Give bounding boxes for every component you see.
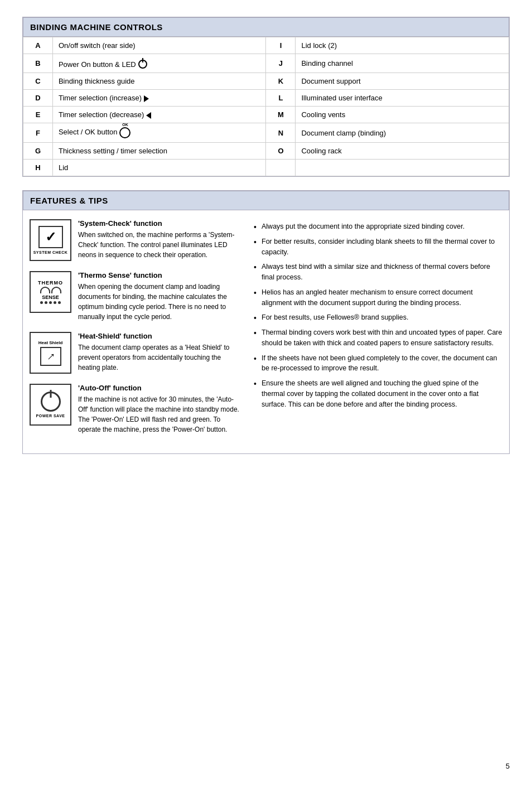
control-label-right: J xyxy=(266,54,296,73)
control-label-left: A xyxy=(23,37,53,54)
control-value-left: Thickness setting / timer selection xyxy=(52,143,266,160)
feature-block: ✓ SYSTEM CHECK 'System-Check' functionWh… xyxy=(30,219,241,261)
control-value-right xyxy=(296,160,509,176)
control-value-right: Illuminated user interface xyxy=(296,90,509,107)
control-value-right: Cooling rack xyxy=(296,143,509,160)
features-left-column: ✓ SYSTEM CHECK 'System-Check' functionWh… xyxy=(30,219,241,445)
features-section: FEATURES & TIPS ✓ SYSTEM CHECK 'System-C… xyxy=(22,190,510,454)
control-label-right: I xyxy=(266,37,296,54)
power-on-icon xyxy=(138,60,147,69)
control-label-right: K xyxy=(266,73,296,90)
control-label-left: B xyxy=(23,54,53,73)
thermo-dot xyxy=(45,301,47,304)
thermo-dot xyxy=(49,301,52,304)
feature-text: 'Auto-Off' functionIf the machine is not… xyxy=(78,384,241,434)
thermo-dot xyxy=(54,301,56,304)
ok-circle-icon: OK xyxy=(119,127,130,138)
list-item: Always put the document into the appropr… xyxy=(253,219,502,234)
control-value-left: Timer selection (decrease) xyxy=(52,107,266,123)
shield-border: → xyxy=(40,347,61,366)
checkmark-box: ✓ xyxy=(38,226,63,248)
control-value-left: On/off switch (rear side) xyxy=(52,37,266,54)
thermo-sense-icon: THERMO SENSE xyxy=(30,271,71,313)
arrow-left-icon xyxy=(146,112,151,119)
control-value-right: Document clamp (binding) xyxy=(296,123,509,143)
control-value-right: Binding channel xyxy=(296,54,509,73)
feature-title: 'Auto-Off' function xyxy=(78,384,241,392)
controls-table: AOn/off switch (rear side)ILid lock (2)B… xyxy=(23,37,509,176)
checkmark-symbol: ✓ xyxy=(45,230,56,244)
heat-arc-1 xyxy=(40,287,50,293)
control-label-right: L xyxy=(266,90,296,107)
control-label-right: O xyxy=(266,143,296,160)
heat-shield-label: Heat Shield xyxy=(38,340,63,345)
power-save-icon: POWER SAVE xyxy=(30,384,71,426)
control-label-left: F xyxy=(23,123,53,143)
control-label-left: E xyxy=(23,107,53,123)
feature-text: 'Heat-Shield' functionThe document clamp… xyxy=(78,332,241,373)
thermo-dots xyxy=(40,301,61,304)
control-label-left: H xyxy=(23,160,53,176)
feature-body: The document clamp operates as a 'Heat S… xyxy=(78,342,241,373)
binding-controls-title: BINDING MACHINE CONTROLS xyxy=(23,17,509,37)
list-item: Always test bind with a similar size and… xyxy=(253,259,502,285)
list-item: Thermal binding covers work best with th… xyxy=(253,325,502,351)
list-item: For best results, use Fellowes® brand su… xyxy=(253,310,502,325)
arrow-right-icon xyxy=(144,95,149,102)
control-value-left: Timer selection (increase) xyxy=(52,90,266,107)
heat-shield-icon: Heat Shield → xyxy=(30,332,71,374)
feature-block: THERMO SENSE 'Thermo Sense' functionWhen… xyxy=(30,271,241,322)
thermo-dot xyxy=(58,301,61,304)
features-content: ✓ SYSTEM CHECK 'System-Check' functionWh… xyxy=(23,210,509,453)
control-label-left: C xyxy=(23,73,53,90)
list-item: If the sheets have not been glued comple… xyxy=(253,351,502,376)
feature-title: 'Thermo Sense' function xyxy=(78,271,241,279)
control-label-right xyxy=(266,160,296,176)
list-item: For better results, consider including b… xyxy=(253,234,502,260)
feature-title: 'System-Check' function xyxy=(78,219,241,228)
feature-body: If the machine is not active for 30 minu… xyxy=(78,394,241,434)
control-value-left: Binding thickness guide xyxy=(52,73,266,90)
control-value-left: Select / OK buttonOK xyxy=(52,123,266,143)
control-label-left: D xyxy=(23,90,53,107)
heat-arc-2 xyxy=(51,287,61,293)
thermo-sense-label: SENSE xyxy=(42,294,59,300)
thermo-heat-symbol xyxy=(40,287,61,293)
list-item: Ensure the sheets are well aligned and t… xyxy=(253,376,502,412)
control-label-left: G xyxy=(23,143,53,160)
feature-text: 'Thermo Sense' functionWhen opening the … xyxy=(78,271,241,322)
control-value-right: Document support xyxy=(296,73,509,90)
feature-body: When opening the document clamp and load… xyxy=(78,282,241,322)
thermo-label-top: THERMO xyxy=(38,280,63,286)
control-value-left: Power On button & LED xyxy=(52,54,266,73)
feature-body: When switched on, the machine performs a… xyxy=(78,230,241,260)
list-item: Helios has an angled heater mechanism to… xyxy=(253,285,502,311)
shield-arrow-icon: → xyxy=(42,347,59,365)
binding-controls-section: BINDING MACHINE CONTROLS AOn/off switch … xyxy=(22,17,510,177)
system-check-label: SYSTEM CHECK xyxy=(33,250,68,254)
page-number: 5 xyxy=(506,762,510,770)
features-title: FEATURES & TIPS xyxy=(23,191,509,210)
control-value-right: Cooling vents xyxy=(296,107,509,123)
power-save-circle xyxy=(41,392,61,412)
control-label-right: N xyxy=(266,123,296,143)
power-save-label: POWER SAVE xyxy=(36,414,65,418)
control-value-left: Lid xyxy=(52,160,266,176)
feature-block: POWER SAVE 'Auto-Off' functionIf the mac… xyxy=(30,384,241,434)
feature-text: 'System-Check' functionWhen switched on,… xyxy=(78,219,241,260)
control-label-right: M xyxy=(266,107,296,123)
features-right-column: Always put the document into the appropr… xyxy=(253,219,502,445)
control-value-right: Lid lock (2) xyxy=(296,37,509,54)
feature-title: 'Heat-Shield' function xyxy=(78,332,241,340)
system-check-icon: ✓ SYSTEM CHECK xyxy=(30,219,71,261)
feature-block: Heat Shield → 'Heat-Shield' functionThe … xyxy=(30,332,241,374)
thermo-dot xyxy=(40,301,43,304)
